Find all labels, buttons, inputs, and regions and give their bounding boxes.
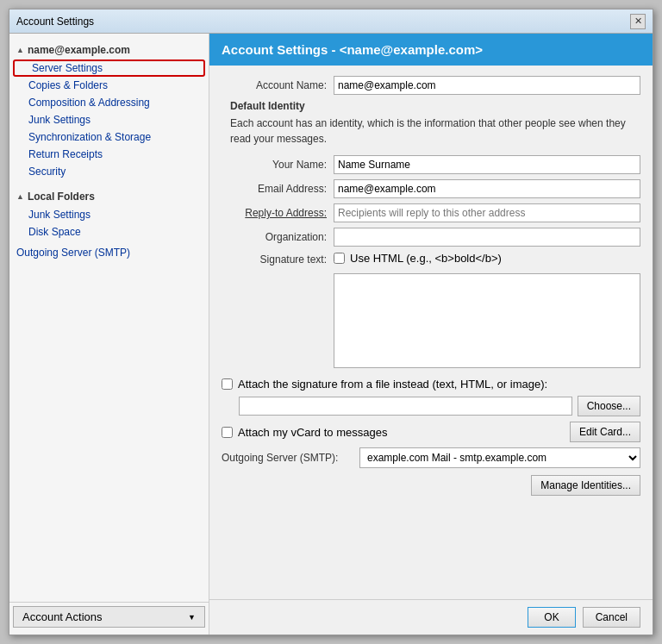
reply-to-input[interactable] (334, 203, 640, 222)
signature-textarea[interactable] (334, 273, 640, 368)
main-header: Account Settings - <name@example.com> (209, 34, 653, 66)
reply-to-row: Reply-to Address: (222, 203, 640, 222)
sidebar-item-server-settings[interactable]: Server Settings (13, 59, 205, 77)
attach-file-input[interactable] (239, 397, 572, 416)
window-title: Account Settings (16, 16, 94, 28)
account-settings-window: Account Settings ✕ name@example.com Serv… (9, 9, 653, 635)
sidebar-account-name[interactable]: name@example.com (9, 41, 209, 59)
sidebar-item-composition-addressing[interactable]: Composition & Addressing (9, 94, 209, 111)
sidebar-item-return-receipts[interactable]: Return Receipts (9, 146, 209, 163)
sidebar-item-copies-folders[interactable]: Copies & Folders (9, 77, 209, 94)
email-address-label: Email Address: (222, 183, 334, 195)
your-name-label: Your Name: (222, 159, 334, 171)
manage-identities-button[interactable]: Manage Identities... (531, 475, 640, 496)
use-html-row: Use HTML (e.g., <b>bold</b>) (334, 252, 640, 265)
account-name-input[interactable] (334, 76, 640, 95)
signature-text-row: Signature text: Use HTML (e.g., <b>bold<… (222, 252, 640, 371)
ok-button[interactable]: OK (528, 607, 575, 628)
sidebar: name@example.com Server Settings Copies … (9, 34, 209, 635)
attach-vcard-checkbox[interactable] (222, 427, 233, 438)
choose-button[interactable]: Choose... (578, 396, 640, 416)
sidebar-item-sync-storage[interactable]: Synchronization & Storage (9, 128, 209, 146)
attach-signature-checkbox[interactable] (222, 378, 233, 390)
default-identity-description: Each account has an identity, which is t… (230, 116, 640, 147)
email-address-row: Email Address: (222, 179, 640, 198)
content-area: Account Name: Default Identity Each acco… (209, 66, 653, 599)
sidebar-account-section: name@example.com Server Settings Copies … (9, 37, 209, 184)
default-identity-section: Default Identity Each account has an ide… (230, 100, 640, 147)
cancel-button[interactable]: Cancel (583, 607, 640, 628)
sidebar-item-junk-settings[interactable]: Junk Settings (9, 111, 209, 128)
use-html-checkbox[interactable] (334, 253, 345, 264)
outgoing-smtp-label: Outgoing Server (SMTP): (222, 452, 359, 464)
your-name-input[interactable] (334, 155, 640, 174)
signature-section: Use HTML (e.g., <b>bold</b>) (334, 252, 640, 371)
outgoing-server-row: Outgoing Server (SMTP): example.com Mail… (222, 447, 640, 468)
sidebar-item-disk-space[interactable]: Disk Space (9, 223, 209, 241)
sidebar-item-security[interactable]: Security (9, 163, 209, 180)
account-actions-label: Account Actions (22, 610, 103, 623)
attach-vcard-left: Attach my vCard to messages (222, 426, 387, 439)
attach-vcard-row: Attach my vCard to messages Edit Card... (222, 422, 640, 442)
outgoing-smtp-select[interactable]: example.com Mail - smtp.example.com (359, 447, 640, 468)
attach-signature-section: Attach the signature from a file instead… (222, 378, 640, 416)
your-name-row: Your Name: (222, 155, 640, 174)
attach-vcard-label: Attach my vCard to messages (238, 426, 387, 439)
attach-signature-row: Attach the signature from a file instead… (222, 378, 640, 391)
edit-card-button[interactable]: Edit Card... (570, 422, 640, 442)
close-button[interactable]: ✕ (630, 14, 646, 29)
attach-signature-label: Attach the signature from a file instead… (238, 378, 547, 391)
account-name-label: Account Name: (222, 79, 334, 91)
sidebar-bottom: Account Actions (9, 602, 209, 631)
organization-input[interactable] (334, 228, 640, 247)
manage-identities-row: Manage Identities... (222, 475, 640, 496)
attach-file-row: Choose... (239, 396, 640, 416)
reply-to-label: Reply-to Address: (222, 207, 334, 219)
signature-text-label: Signature text: (222, 252, 334, 266)
main-content: Account Settings - <name@example.com> Ac… (209, 34, 653, 635)
account-name-row: Account Name: (222, 76, 640, 95)
window-footer: OK Cancel (209, 599, 653, 635)
organization-row: Organization: (222, 228, 640, 247)
organization-label: Organization: (222, 231, 334, 243)
title-bar: Account Settings ✕ (9, 9, 653, 34)
sidebar-local-folders[interactable]: Local Folders (9, 187, 209, 206)
sidebar-item-local-junk[interactable]: Junk Settings (9, 206, 209, 223)
use-html-label: Use HTML (e.g., <b>bold</b>) (350, 252, 502, 265)
sidebar-item-outgoing-smtp[interactable]: Outgoing Server (SMTP) (9, 244, 209, 261)
default-identity-title: Default Identity (230, 100, 640, 112)
window-body: name@example.com Server Settings Copies … (9, 34, 653, 635)
email-address-input[interactable] (334, 179, 640, 198)
account-actions-button[interactable]: Account Actions (13, 606, 205, 628)
